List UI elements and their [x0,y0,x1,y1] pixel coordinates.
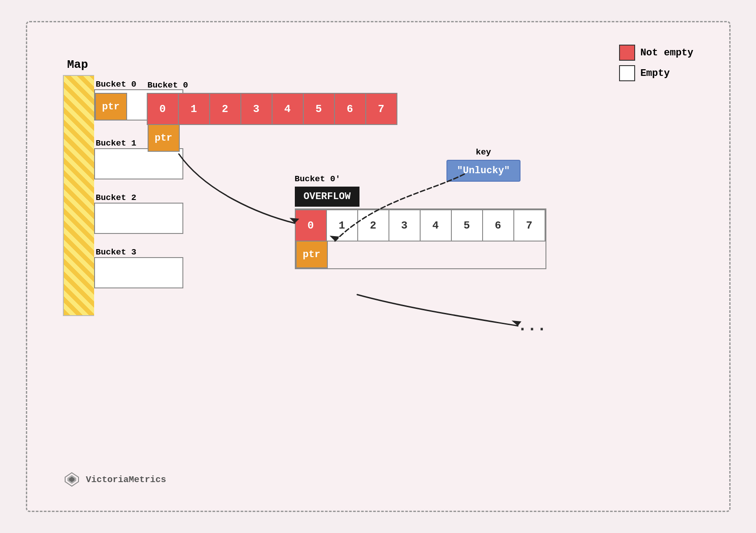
overflow-cell-1: 1 [326,209,358,242]
overflow-cell-5: 5 [451,209,483,242]
cell-3: 3 [240,93,273,125]
key-label: key [446,147,521,157]
bucket-3-box [94,257,183,288]
map-label: Map [67,58,183,71]
ellipsis: ... [518,317,547,335]
logo-text: VictoriaMetrics [86,475,166,485]
legend: Not empty Empty [619,45,694,81]
bucket-3-label: Bucket 3 [96,247,183,257]
legend-not-empty: Not empty [619,45,694,61]
overflow-cell-6: 6 [482,209,514,242]
overflow-cell-0: 0 [295,209,327,242]
cell-1: 1 [178,93,210,125]
bucket-2-label: Bucket 2 [96,193,183,203]
logo-area: VictoriaMetrics [63,471,166,488]
overflow-ptr: ptr [296,241,328,268]
cell-7: 7 [365,93,397,125]
bucket0-cells-row: 0 1 2 3 4 5 6 7 ptr [148,93,397,152]
overflow-cell-4: 4 [420,209,452,242]
overflow-cell-2: 2 [357,209,389,242]
not-empty-label: Not empty [640,47,694,58]
overflow-label: OVERFLOW [295,187,360,207]
cell-5: 5 [303,93,335,125]
bucket0-top-label: Bucket 0 [148,80,397,90]
bucket-2-box [94,203,183,234]
key-value: "Unlucky" [446,160,521,182]
overflow-cells-wrapper: 0 1 2 3 4 5 6 7 ptr [295,208,546,269]
hatch-column [63,75,94,316]
overflow-cell-3: 3 [388,209,421,242]
bucket-1-box [94,148,183,179]
key-area: key "Unlucky" [446,147,521,182]
bucket0-area: Bucket 0 0 1 2 3 4 5 6 7 ptr [148,80,397,152]
legend-empty: Empty [619,65,694,81]
empty-label: Empty [640,68,670,79]
cell-0: 0 [147,93,179,125]
bucket-3-item: Bucket 3 [94,243,183,288]
overflow-area: Bucket 0' OVERFLOW 0 1 2 3 4 5 6 7 ptr [295,174,546,269]
cell-6: 6 [334,93,366,125]
overflow-cell-7: 7 [513,209,545,242]
empty-box [619,65,635,81]
not-empty-box [619,45,635,61]
bucket-2-item: Bucket 2 [94,188,183,234]
cell-2: 2 [209,93,241,125]
victoria-metrics-logo-icon [63,471,81,488]
bucket0-ptr: ptr [148,124,180,152]
cell-4: 4 [272,93,304,125]
main-diagram: Not empty Empty Map Bucket 0 ptr Bucket … [26,21,731,512]
